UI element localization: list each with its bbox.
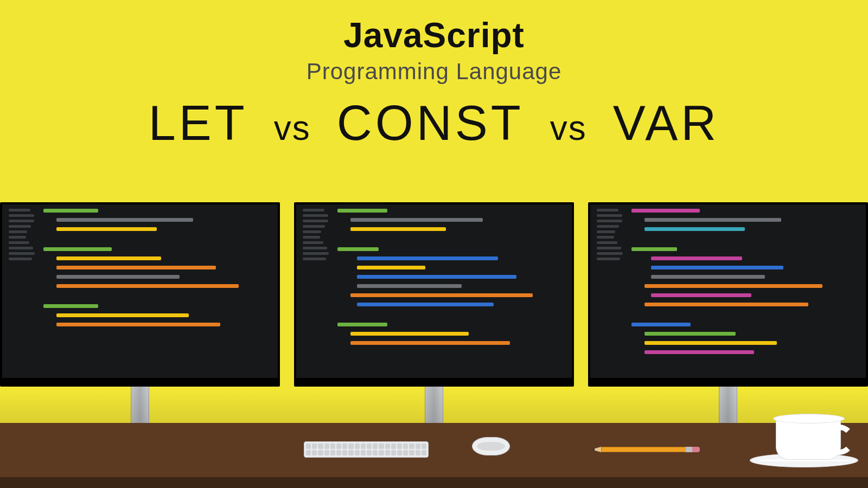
code-line — [357, 275, 516, 279]
code-line — [350, 293, 533, 297]
key — [312, 450, 317, 455]
code-line — [337, 209, 387, 213]
code-line — [651, 266, 783, 269]
key — [379, 444, 384, 449]
gutter-line — [303, 230, 321, 233]
gutter-line — [9, 220, 34, 222]
gutter-line — [597, 225, 619, 228]
key — [342, 444, 347, 449]
desk — [0, 423, 868, 488]
code-area — [631, 209, 859, 374]
code-line — [43, 293, 271, 299]
gutter-line — [9, 252, 35, 255]
key — [367, 450, 372, 455]
coffee-cup — [776, 416, 841, 460]
code-line — [631, 209, 700, 213]
key — [348, 450, 353, 455]
line-gutter — [303, 209, 332, 374]
code-line — [357, 256, 498, 260]
key — [385, 450, 390, 455]
gutter-line — [303, 252, 329, 255]
code-line — [43, 247, 112, 251]
key — [409, 450, 414, 455]
key — [373, 444, 378, 449]
code-line — [56, 313, 189, 317]
key — [391, 450, 396, 455]
code-line — [644, 227, 745, 231]
code-line — [56, 227, 157, 231]
gutter-line — [597, 209, 618, 211]
code-area — [337, 209, 565, 374]
gutter-line — [303, 241, 323, 244]
gutter-line — [597, 241, 617, 244]
code-line — [350, 332, 469, 336]
code-line — [357, 266, 425, 269]
key — [312, 444, 317, 449]
gutter-line — [597, 230, 615, 233]
key — [306, 450, 311, 455]
code-line — [631, 247, 677, 251]
code-line — [350, 218, 483, 222]
key — [403, 444, 408, 449]
code-line — [357, 303, 494, 306]
key — [318, 444, 323, 449]
code-line — [644, 284, 822, 288]
key — [355, 444, 360, 449]
code-line — [56, 284, 239, 288]
key — [361, 444, 366, 449]
key — [318, 450, 323, 455]
code-line — [644, 350, 754, 354]
gutter-line — [9, 214, 34, 217]
code-line — [631, 236, 859, 242]
code-line — [651, 293, 751, 297]
monitor-const — [294, 202, 574, 436]
code-area — [43, 209, 271, 374]
code-line — [56, 218, 193, 222]
key — [373, 450, 378, 455]
key — [397, 444, 402, 449]
monitor-neck — [425, 387, 443, 425]
line-gutter — [9, 209, 38, 374]
gutter-line — [9, 241, 29, 244]
gutter-line — [597, 220, 622, 222]
desk-top — [0, 423, 868, 477]
page-title: JavaScript — [0, 15, 868, 55]
key — [397, 450, 402, 455]
gutter-line — [9, 225, 31, 228]
key — [385, 444, 390, 449]
gutter-line — [597, 252, 623, 255]
code-line — [43, 209, 98, 213]
gutter-line — [597, 247, 621, 249]
code-line — [56, 256, 161, 260]
key — [348, 444, 353, 449]
key — [330, 444, 335, 449]
key — [391, 444, 396, 449]
gutter-line — [303, 220, 328, 222]
gutter-line — [597, 258, 620, 260]
code-line — [357, 284, 462, 288]
key — [416, 444, 420, 449]
code-line — [631, 323, 691, 326]
gutter-line — [9, 236, 26, 239]
vs-label-2: vs — [550, 108, 587, 148]
key — [306, 444, 311, 449]
gutter-line — [597, 214, 622, 217]
line-gutter — [597, 209, 626, 374]
gutter-line — [9, 258, 32, 260]
keyboard-icon — [304, 441, 429, 458]
key — [361, 450, 366, 455]
key — [324, 450, 329, 455]
key — [403, 450, 408, 455]
gutter-line — [303, 209, 324, 211]
const-keyword: CONST — [337, 95, 524, 151]
code-line — [631, 312, 859, 317]
key — [416, 450, 420, 455]
key — [342, 450, 347, 455]
key — [330, 450, 335, 455]
code-line — [651, 256, 742, 260]
code-line — [56, 323, 220, 326]
monitor-neck — [131, 387, 149, 425]
header: JavaScript Programming Language LET vs C… — [0, 0, 868, 151]
key — [367, 444, 372, 449]
gutter-line — [9, 247, 33, 249]
